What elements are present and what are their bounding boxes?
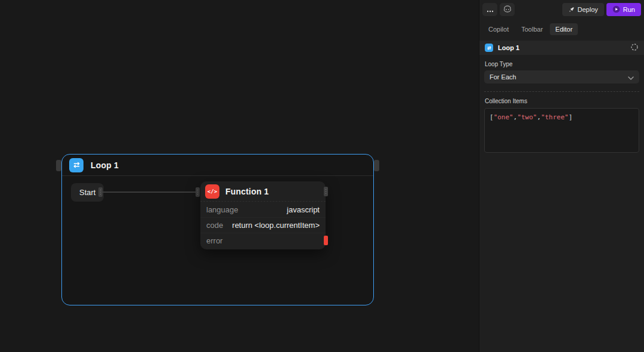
row-label: code (206, 221, 223, 230)
collection-items-editor[interactable]: ["one","two","three"] (484, 108, 639, 153)
function-row-language[interactable]: language javascript (200, 202, 326, 217)
function-error-handle[interactable] (324, 236, 328, 245)
loop-node[interactable]: Loop 1 Start </> Function 1 language jav… (61, 154, 374, 305)
loop-type-value: For Each (490, 73, 516, 81)
sync-icon (630, 43, 639, 53)
function-node-title: Function 1 (225, 187, 269, 196)
loop-type-select[interactable]: For Each (484, 70, 639, 84)
loop-node-header: Loop 1 (62, 155, 373, 176)
deploy-label: Deploy (578, 6, 598, 13)
copilot-button[interactable] (500, 3, 515, 16)
panel-tabs: Copilot Toolbar Editor (479, 19, 644, 39)
app-root: Loop 1 Start </> Function 1 language jav… (0, 0, 644, 352)
token-string: "one" (494, 113, 513, 121)
rocket-icon (568, 6, 575, 14)
tab-copilot[interactable]: Copilot (483, 23, 514, 35)
start-output-handle[interactable] (98, 187, 103, 197)
function-node[interactable]: </> Function 1 language javascript code … (200, 181, 326, 249)
tab-toolbar[interactable]: Toolbar (516, 23, 548, 35)
collection-items-label: Collection Items (485, 98, 639, 104)
function-input-handle[interactable] (196, 187, 200, 197)
code-icon: </> (205, 184, 219, 199)
token-bracket-open: [ (490, 113, 494, 121)
inspector-node-title: Loop 1 (498, 44, 519, 51)
loop-type-label: Loop Type (485, 61, 639, 67)
function-output-handle[interactable] (324, 187, 328, 196)
deploy-button[interactable]: Deploy (562, 3, 604, 16)
row-label: language (206, 205, 239, 214)
run-button[interactable]: Run (606, 3, 641, 16)
edge-start-to-function[interactable] (103, 192, 198, 193)
panel-toolbar: Deploy Run (479, 0, 644, 19)
more-options-button[interactable] (482, 3, 497, 16)
function-row-code[interactable]: code return <loop.currentItem> (200, 217, 326, 233)
code-line: ["one","two","three"] (490, 113, 572, 121)
flow-canvas[interactable]: Loop 1 Start </> Function 1 language jav… (0, 0, 479, 352)
loop-output-handle[interactable] (374, 160, 379, 171)
loop-icon (69, 158, 83, 172)
run-label: Run (623, 6, 635, 13)
function-node-header: </> Function 1 (200, 181, 326, 202)
play-icon (612, 5, 620, 14)
start-node-label: Start (79, 188, 95, 197)
loop-node-title: Loop 1 (91, 160, 119, 170)
chevron-down-icon (628, 72, 634, 82)
row-value: javascript (287, 205, 320, 214)
tab-editor[interactable]: Editor (550, 23, 578, 35)
sync-button[interactable] (630, 43, 639, 53)
row-label: error (206, 236, 222, 245)
loop-icon (485, 44, 493, 52)
copilot-icon (503, 5, 512, 15)
token-string: "three" (541, 113, 568, 121)
row-value: return <loop.currentItem> (232, 221, 320, 230)
token-bracket-close: ] (568, 113, 572, 121)
token-string: "two" (517, 113, 537, 121)
panel-divider (484, 91, 639, 92)
inspector-panel: Deploy Run Copilot Toolbar Editor (479, 0, 644, 352)
inspector-node-header: Loop 1 (479, 41, 644, 55)
ellipsis-icon (487, 5, 494, 14)
function-row-error[interactable]: error (200, 233, 326, 248)
loop-input-handle[interactable] (56, 160, 61, 171)
